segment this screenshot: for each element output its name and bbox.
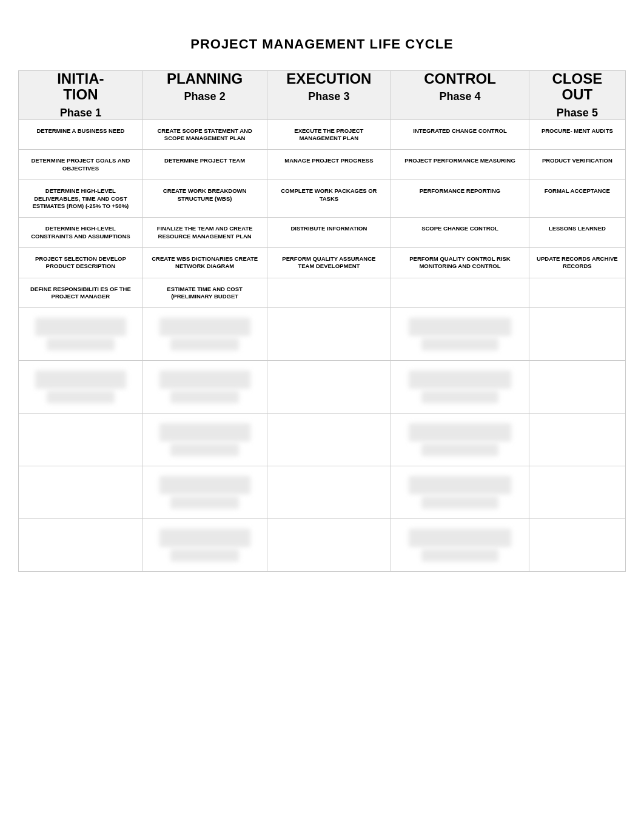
table-cell: DETERMINE PROJECT GOALS AND OBJECTIVES [19, 150, 143, 180]
table-cell: DISTRIBUTE INFORMATION [267, 218, 391, 248]
table-cell: INTEGRATED CHANGE CONTROL [391, 119, 529, 150]
table-cell: SCOPE CHANGE CONTROL [391, 218, 529, 248]
table-cell: PROJECT PERFORMANCE MEASURING [391, 150, 529, 180]
blurred-cell [19, 414, 143, 466]
blurred-row [19, 308, 626, 361]
blurred-cell [391, 466, 529, 519]
table-row: DETERMINE HIGH-LEVEL DELIVERABLES, TIME … [19, 180, 626, 218]
phase-initiation-header: INITIA-TION Phase 1 [19, 71, 143, 120]
table-row: DETERMINE HIGH-LEVEL CONSTRAINTS AND ASS… [19, 218, 626, 248]
table-cell [267, 278, 391, 308]
table-cell: DETERMINE HIGH-LEVEL DELIVERABLES, TIME … [19, 180, 143, 218]
phase-headers: INITIA-TION Phase 1 PLANNING Phase 2 EXE… [19, 71, 626, 120]
table-row: DEFINE RESPONSIBILITI ES OF THE PROJECT … [19, 278, 626, 308]
blurred-cell [267, 466, 391, 519]
table-cell: DETERMINE HIGH-LEVEL CONSTRAINTS AND ASS… [19, 218, 143, 248]
blurred-cell [391, 519, 529, 572]
phase-control-header: CONTROL Phase 4 [391, 71, 529, 120]
table-cell: FINALIZE THE TEAM AND CREATE RESOURCE MA… [143, 218, 267, 248]
blurred-cell [19, 361, 143, 414]
table-cell: DETERMINE A BUSINESS NEED [19, 119, 143, 150]
table-cell: FORMAL ACCEPTANCE [529, 180, 625, 218]
blurred-row [19, 414, 626, 466]
page-title: PROJECT MANAGEMENT LIFE CYCLE [18, 36, 626, 52]
blurred-cell [143, 308, 267, 361]
blurred-cell [529, 308, 625, 361]
table-cell: MANAGE PROJECT PROGRESS [267, 150, 391, 180]
table-cell: LESSONS LEARNED [529, 218, 625, 248]
blurred-cell [19, 308, 143, 361]
blurred-cell [529, 466, 625, 519]
table-row: PROJECT SELECTION DEVELOP PRODUCT DESCRI… [19, 247, 626, 278]
table-cell: PROJECT SELECTION DEVELOP PRODUCT DESCRI… [19, 247, 143, 278]
phase-planning-header: PLANNING Phase 2 [143, 71, 267, 120]
blurred-row [19, 361, 626, 414]
table-cell [529, 278, 625, 308]
table-cell: PERFORMANCE REPORTING [391, 180, 529, 218]
blurred-cell [529, 414, 625, 466]
table-cell: PERFORM QUALITY CONTROL RISK MONITORING … [391, 247, 529, 278]
table-cell: ESTIMATE TIME AND COST (PRELIMINARY BUDG… [143, 278, 267, 308]
table-cell: DETERMINE PROJECT TEAM [143, 150, 267, 180]
blurred-row [19, 519, 626, 572]
blurred-row [19, 466, 626, 519]
table-cell: CREATE WBS DICTIONARIES CREATE NETWORK D… [143, 247, 267, 278]
blurred-cell [143, 414, 267, 466]
blurred-cell [529, 519, 625, 572]
blurred-cell [267, 308, 391, 361]
blurred-cell [19, 519, 143, 572]
lifecycle-table: INITIA-TION Phase 1 PLANNING Phase 2 EXE… [18, 70, 626, 572]
blurred-cell [391, 414, 529, 466]
blurred-cell [143, 519, 267, 572]
table-cell: EXECUTE THE PROJECT MANAGEMENT PLAN [267, 119, 391, 150]
table-cell: PERFORM QUALITY ASSURANCE TEAM DEVELOPME… [267, 247, 391, 278]
blurred-cell [529, 361, 625, 414]
lifecycle-body: DETERMINE A BUSINESS NEEDCREATE SCOPE ST… [19, 119, 626, 571]
blurred-cell [19, 466, 143, 519]
table-cell: CREATE SCOPE STATEMENT AND SCOPE MANAGEM… [143, 119, 267, 150]
table-row: DETERMINE A BUSINESS NEEDCREATE SCOPE ST… [19, 119, 626, 150]
blurred-cell [267, 519, 391, 572]
phase-closeout-header: CLOSEOUT Phase 5 [529, 71, 625, 120]
table-cell: CREATE WORK BREAKDOWN STRUCTURE (WBS) [143, 180, 267, 218]
blurred-cell [267, 361, 391, 414]
blurred-cell [391, 361, 529, 414]
blurred-cell [267, 414, 391, 466]
table-cell: DEFINE RESPONSIBILITI ES OF THE PROJECT … [19, 278, 143, 308]
blurred-cell [143, 361, 267, 414]
table-cell [391, 278, 529, 308]
table-row: DETERMINE PROJECT GOALS AND OBJECTIVESDE… [19, 150, 626, 180]
phase-execution-header: EXECUTION Phase 3 [267, 71, 391, 120]
blurred-cell [143, 466, 267, 519]
table-cell: PROCURE- MENT AUDITS [529, 119, 625, 150]
table-cell: COMPLETE WORK PACKAGES OR TASKS [267, 180, 391, 218]
blurred-cell [391, 308, 529, 361]
table-cell: UPDATE RECORDS ARCHIVE RECORDS [529, 247, 625, 278]
table-cell: PRODUCT VERIFICATION [529, 150, 625, 180]
